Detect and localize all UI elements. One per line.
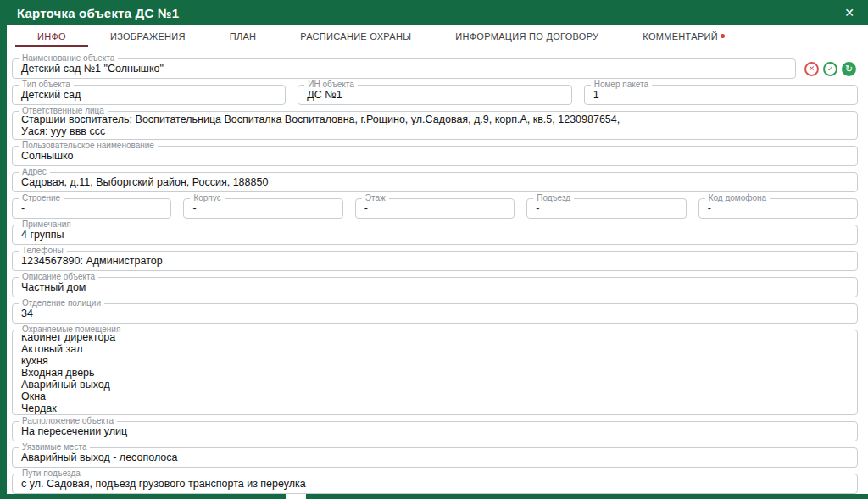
field-police-department-value: 34 (21, 308, 849, 319)
tab-bar: ИНФО ИЗОБРАЖЕНИЯ ПЛАН РАСПИСАНИЕ ОХРАНЫ … (7, 25, 868, 47)
object-card-modal: Карточка объекта ДС №1 ✕ ИНФО ИЗОБРАЖЕНИ… (7, 0, 868, 494)
tab-info[interactable]: ИНФО (15, 25, 88, 47)
field-object-name[interactable]: Наименование объекта Детский сад №1 "Сол… (12, 58, 796, 79)
tab-guard-schedule[interactable]: РАСПИСАНИЕ ОХРАНЫ (278, 25, 433, 47)
field-entrance-value: - (536, 202, 676, 214)
field-floor-value: - (364, 202, 505, 214)
form-content: Наименование объекта Детский сад №1 "Сол… (7, 47, 868, 494)
field-access-routes-label: Пути подъезда (19, 469, 84, 479)
field-object-type-value: Детский сад (21, 89, 276, 101)
field-access-routes[interactable]: Пути подъезда с ул. Садовая, подъезд гру… (12, 474, 858, 494)
field-object-type[interactable]: Тип объекта Детский сад (12, 85, 286, 105)
field-block-value: - (192, 202, 333, 214)
field-notes[interactable]: Примечания 4 группы (12, 225, 858, 245)
tab-images-label: ИЗОБРАЖЕНИЯ (110, 31, 186, 42)
background-page-element (286, 494, 306, 499)
field-vulnerable-places-value: Аварийный выход - лесополоса (21, 452, 849, 463)
field-notes-value: 4 группы (21, 229, 849, 241)
field-intercom-code-value: - (708, 202, 849, 214)
field-floor[interactable]: Этаж - (355, 198, 515, 219)
field-intercom-code-label: Код домофона (705, 193, 771, 203)
field-object-id-value: ДС №1 (307, 89, 562, 101)
field-building-value: - (21, 202, 162, 214)
field-object-name-value: Детский сад №1 "Солнышко" (21, 63, 787, 75)
tab-contract-info-label: ИНФОРМАЦИЯ ПО ДОГОВОРУ (455, 31, 598, 42)
field-object-description-value: Частный дом (21, 281, 849, 293)
field-block-label: Корпус (190, 193, 224, 203)
close-icon[interactable]: ✕ (841, 5, 858, 20)
field-protected-premises[interactable]: Охраняемые помещения Кабинет директора А… (12, 330, 858, 415)
tab-comment[interactable]: КОММЕНТАРИЙ (620, 25, 747, 47)
field-notes-label: Примечания (19, 219, 75, 230)
field-building-label: Строение (19, 193, 64, 203)
field-protected-premises-value: Кабинет директора Актовый зал кухня Вход… (21, 331, 849, 414)
field-address[interactable]: Адрес Садовая, д.11, Выборгский район, Р… (12, 172, 858, 192)
field-police-department[interactable]: Отделение полиции 34 (12, 303, 858, 324)
tab-images[interactable]: ИЗОБРАЖЕНИЯ (88, 25, 208, 47)
field-package-number[interactable]: Номер пакета 1 (584, 85, 858, 105)
field-object-description-label: Описание объекта (19, 272, 98, 282)
field-floor-label: Этаж (362, 193, 389, 203)
field-user-name-value: Солнышко (21, 150, 849, 162)
field-entrance-label: Подъезд (533, 193, 574, 203)
object-name-row: Наименование объекта Детский сад №1 "Сол… (12, 58, 858, 79)
field-object-id-label: ИН объекта (304, 80, 357, 90)
tab-info-label: ИНФО (37, 31, 66, 42)
field-object-name-label: Наименование объекта (19, 53, 118, 64)
field-phones[interactable]: Телефоны 1234567890: Администратор (12, 251, 858, 271)
field-user-name[interactable]: Пользовательское наименование Солнышко (12, 146, 858, 166)
field-responsible-persons-value: Старший воспитатель: Воспитательница Вос… (21, 114, 849, 137)
field-phones-label: Телефоны (19, 246, 67, 256)
field-building[interactable]: Строение - (12, 198, 171, 219)
field-responsible-persons[interactable]: Ответственные лица Старший воспитатель: … (12, 111, 858, 140)
field-police-department-label: Отделение полиции (19, 298, 104, 308)
field-package-number-label: Номер пакета (591, 80, 652, 90)
guard-status-icon[interactable]: ✓ (823, 62, 837, 76)
building-row: Строение - Корпус - Этаж - Подъезд - Код… (12, 198, 858, 219)
field-phones-value: 1234567890: Администратор (21, 255, 849, 267)
type-id-package-row: Тип объекта Детский сад ИН объекта ДС №1… (12, 85, 858, 105)
modal-title: Карточка объекта ДС №1 (17, 6, 179, 20)
field-user-name-label: Пользовательское наименование (19, 141, 158, 151)
tab-contract-info[interactable]: ИНФОРМАЦИЯ ПО ДОГОВОРУ (433, 25, 620, 47)
field-entrance[interactable]: Подъезд - (526, 198, 686, 219)
field-object-location-value: На пересечении улиц (21, 425, 849, 437)
field-intercom-code[interactable]: Код домофона - (698, 198, 858, 219)
field-object-description[interactable]: Описание объекта Частный дом (12, 277, 858, 297)
field-address-value: Садовая, д.11, Выборгский район, Россия,… (21, 176, 849, 188)
alarm-status-icon[interactable]: ✕ (804, 62, 819, 76)
field-responsible-persons-label: Ответственные лица (19, 106, 108, 116)
modal-header: Карточка объекта ДС №1 ✕ (7, 0, 868, 25)
refresh-icon[interactable]: ↻ (842, 62, 856, 76)
field-object-location[interactable]: Расположение объекта На пересечении улиц (12, 421, 858, 441)
tab-plan[interactable]: ПЛАН (208, 25, 279, 47)
field-object-id[interactable]: ИН объекта ДС №1 (298, 85, 571, 105)
field-protected-premises-label: Охраняемые помещения (19, 324, 124, 335)
field-vulnerable-places-label: Уязвимые места (19, 442, 90, 452)
tab-guard-schedule-label: РАСПИСАНИЕ ОХРАНЫ (300, 31, 411, 42)
field-object-type-label: Тип объекта (19, 80, 74, 90)
unread-badge (721, 34, 725, 38)
tab-plan-label: ПЛАН (230, 31, 257, 42)
field-package-number-value: 1 (593, 89, 849, 101)
field-object-location-label: Расположение объекта (19, 416, 117, 426)
field-block[interactable]: Корпус - (183, 198, 342, 219)
field-vulnerable-places[interactable]: Уязвимые места Аварийный выход - лесопол… (12, 447, 858, 468)
field-address-label: Адрес (19, 167, 50, 177)
tab-comment-label: КОММЕНТАРИЙ (643, 31, 718, 42)
status-icons: ✕ ✓ ↻ (804, 62, 858, 76)
field-access-routes-value: с ул. Садовая, подъезд грузового транспо… (21, 478, 849, 490)
